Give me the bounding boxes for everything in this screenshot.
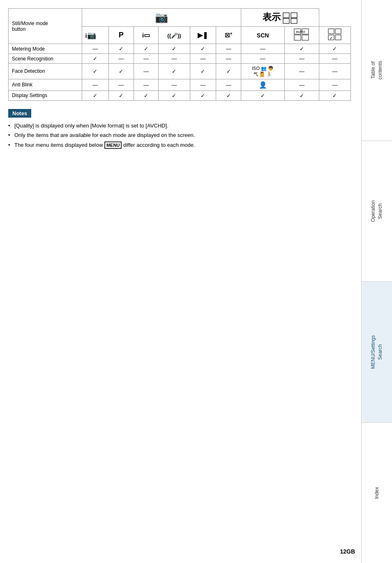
scn-face-row1: ISO 👥 👦 (244, 65, 281, 71)
header-row-1: Still/Movie modebutton 📷 表示 (9, 9, 351, 27)
sidebar-item-operation-search[interactable]: OperationSearch (362, 141, 392, 282)
cell-metering-ia: — (82, 44, 108, 54)
label-face-detection: Face Detection (9, 64, 82, 79)
camera-icon: 📷 (155, 11, 168, 23)
page-number: 12GB (340, 548, 355, 555)
svg-rect-7 (302, 35, 309, 40)
cell-metering-movie: ✓ (190, 44, 216, 54)
cell-scene-auto: — (285, 54, 319, 64)
main-table: Still/Movie modebutton 📷 表示 (8, 8, 351, 101)
cell-face-grid2: — (319, 64, 350, 79)
cell-display-p: ✓ (109, 90, 134, 100)
camera-icon-cell: 📷 (82, 9, 241, 27)
cell-face-plus: ✓ (216, 64, 241, 79)
svg-text:✓: ✓ (330, 36, 333, 40)
label-scene-recognition: Scene Recognition (9, 54, 82, 64)
col-scn: SCN (241, 27, 284, 44)
label-metering-mode: Metering Mode (9, 44, 82, 54)
grid-icon: 表示 (263, 12, 281, 22)
cell-face-movie: ✓ (190, 64, 216, 79)
label-anti-blink: Anti Blink (9, 79, 82, 90)
grid-icon-header: 表示 (241, 9, 319, 27)
still-movie-cell: Still/Movie modebutton (9, 9, 82, 44)
cell-metering-im: ✓ (134, 44, 159, 54)
cell-scene-plus: — (216, 54, 241, 64)
svg-rect-3 (291, 19, 297, 23)
mic-icon: ((🎤)) (167, 32, 181, 39)
notes-item-1: [Quality] is displayed only when [Movie … (8, 121, 351, 131)
movie-icon: ▶❚ (198, 32, 208, 39)
cell-face-p: ✓ (109, 64, 134, 79)
scn-face-icons: ISO 👥 👦 气 💆 🏃 (244, 65, 281, 77)
cell-blink-movie: — (190, 79, 216, 90)
svg-rect-9 (328, 29, 334, 34)
sidebar-item-menu-settings[interactable]: MENU/SettingsSearch (362, 282, 392, 423)
svg-rect-12 (335, 35, 341, 40)
col-auto: AUTO (285, 27, 319, 44)
col-plus: ☒+ (216, 27, 241, 44)
grid2-icon-svg: ✓ (328, 28, 342, 41)
cell-metering-mic: ✓ (159, 44, 190, 54)
label-display-settings: Display Settings (9, 90, 82, 100)
grid-svg-icon (283, 12, 297, 24)
col-movie: ▶❚ (190, 27, 216, 44)
scn-face-row2: 气 💆 🏃 (244, 71, 281, 77)
sidebar-label-menu-settings: MENU/SettingsSearch (370, 335, 384, 369)
notes-section: Notes [Quality] is displayed only when [… (8, 109, 351, 150)
notes-item-3: The four menu items displayed below MENU… (8, 140, 351, 150)
cell-face-mic: ✓ (159, 64, 190, 79)
scn-icon: SCN (257, 32, 269, 39)
cell-scene-grid2: — (319, 54, 350, 64)
ia-camera-icon: 📷 (87, 31, 96, 39)
col-grid2: ✓ (319, 27, 350, 44)
im-rect: ▭ (144, 32, 150, 39)
col-mic: ((🎤)) (159, 27, 190, 44)
cell-face-scn: ISO 👥 👦 气 💆 🏃 (241, 64, 284, 79)
row-scene-recognition: Scene Recognition ✓ — — — — — — — — (9, 54, 351, 64)
cell-display-im: ✓ (134, 90, 159, 100)
cell-blink-ia: — (82, 79, 108, 90)
cell-blink-plus: — (216, 79, 241, 90)
svg-rect-0 (283, 13, 289, 18)
cell-face-ia: ✓ (82, 64, 108, 79)
auto-icon-svg: AUTO (294, 28, 309, 41)
cell-scene-movie: — (190, 54, 216, 64)
sidebar-item-index[interactable]: Index (362, 423, 392, 563)
cell-metering-p: ✓ (109, 44, 134, 54)
cell-metering-plus: — (216, 44, 241, 54)
cell-scene-ia: ✓ (82, 54, 108, 64)
cell-display-mic: ✓ (159, 90, 190, 100)
right-sidebar: Table ofcontents OperationSearch MENU/Se… (361, 0, 392, 563)
cell-blink-grid2: — (319, 79, 350, 90)
notes-list: [Quality] is displayed only when [Movie … (8, 121, 351, 150)
row-metering-mode: Metering Mode — ✓ ✓ ✓ ✓ — — ✓ ✓ (9, 44, 351, 54)
cell-display-auto: ✓ (285, 90, 319, 100)
plus-icon: ☒+ (225, 32, 233, 39)
cell-blink-auto: — (285, 79, 319, 90)
cell-metering-grid2: ✓ (319, 44, 350, 54)
cell-face-auto: — (285, 64, 319, 79)
cell-metering-auto: ✓ (285, 44, 319, 54)
notes-label: Notes (8, 109, 31, 118)
sidebar-label-toc: Table ofcontents (370, 61, 384, 79)
row-face-detection: Face Detection ✓ ✓ — ✓ ✓ ✓ ISO 👥 👦 气 💆 🏃… (9, 64, 351, 79)
svg-rect-2 (283, 19, 289, 23)
cell-scene-mic: — (159, 54, 190, 64)
col-ia: i📷 (82, 27, 108, 44)
sidebar-label-operation: OperationSearch (370, 200, 384, 222)
sidebar-item-table-of-contents[interactable]: Table ofcontents (362, 0, 392, 141)
notes-item-2: Only the items that are available for ea… (8, 130, 351, 140)
svg-rect-1 (291, 13, 297, 18)
svg-rect-6 (294, 35, 301, 40)
person-icon: 👤 (259, 81, 267, 88)
cell-display-movie: ✓ (190, 90, 216, 100)
col-p: P (109, 27, 134, 44)
svg-text:AUTO: AUTO (296, 30, 305, 34)
page-content: Still/Movie modebutton 📷 表示 (0, 0, 359, 158)
cell-display-ia: ✓ (82, 90, 108, 100)
cell-blink-scn: 👤 (241, 79, 284, 90)
cell-scene-p: — (109, 54, 134, 64)
row-anti-blink: Anti Blink — — — — — — 👤 — — (9, 79, 351, 90)
cell-display-plus: ✓ (216, 90, 241, 100)
cell-scene-scn: — (241, 54, 284, 64)
